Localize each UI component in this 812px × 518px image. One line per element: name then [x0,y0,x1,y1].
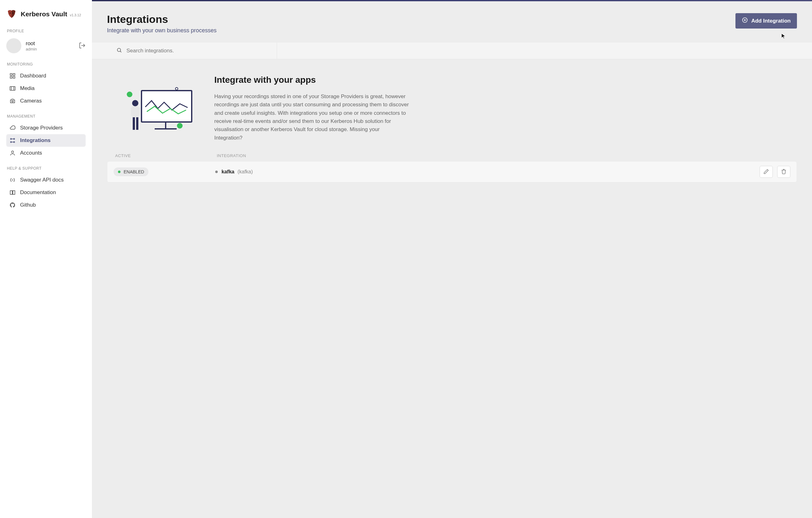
svg-point-18 [12,180,13,180]
svg-point-30 [132,100,138,106]
svg-point-1 [12,12,13,13]
sidebar-item-accounts[interactable]: Accounts [6,147,86,159]
app-version: v1.3.12 [70,13,81,17]
sidebar-item-label: Documentation [20,189,56,196]
sidebar-item-github[interactable]: Github [6,199,86,211]
intro-heading: Integrate with your apps [214,75,409,85]
svg-point-14 [13,142,14,142]
svg-rect-3 [10,74,12,75]
svg-point-12 [13,138,14,139]
svg-rect-7 [10,87,16,90]
svg-rect-33 [131,108,133,116]
add-integration-button[interactable]: Add Integration [735,13,797,29]
avatar [6,38,21,53]
svg-point-13 [10,142,11,142]
status-text: ENABLED [124,169,144,174]
table-row: ENABLED kafka (kafka) [107,161,797,182]
section-management-label: MANAGEMENT [7,114,86,119]
sidebar-item-label: Storage Providers [20,125,63,131]
integration-dot-icon [215,171,218,173]
add-integration-label: Add Integration [751,18,791,24]
sidebar-item-label: Swagger API docs [20,177,64,183]
svg-point-29 [177,123,183,128]
sidebar-item-label: Media [20,85,34,92]
profile-row: root admin [6,36,86,55]
sidebar-item-label: Cameras [20,98,42,104]
sidebar: Kerberos Vault v1.3.12 PROFILE root admi… [0,0,92,518]
app-logo-icon [6,9,17,20]
section-monitoring-label: MONITORING [7,62,86,66]
svg-rect-4 [13,74,15,75]
svg-point-11 [10,138,11,139]
sidebar-item-documentation[interactable]: Documentation [6,186,86,199]
sidebar-item-media[interactable]: Media [6,82,86,95]
integration-type: (kafka) [237,169,253,175]
svg-point-0 [10,12,11,13]
brand: Kerberos Vault v1.3.12 [6,9,86,20]
sidebar-item-label: Accounts [20,150,42,156]
dashboard-icon [9,73,16,79]
integrations-icon [9,138,16,144]
user-icon [9,150,16,156]
svg-point-10 [12,100,13,102]
svg-rect-5 [13,77,15,79]
sidebar-item-label: Github [20,202,36,208]
integration-name: kafka [222,169,234,175]
profile-username: root [26,40,75,47]
github-icon [9,202,16,208]
cloud-icon [9,125,16,131]
sidebar-item-swagger[interactable]: Swagger API docs [6,174,86,186]
trash-icon [781,169,787,175]
svg-rect-34 [138,108,140,116]
page-title: Integrations [107,13,216,25]
camera-icon [9,98,16,104]
svg-point-22 [117,48,121,52]
sidebar-item-label: Dashboard [20,73,46,79]
profile-role: admin [26,47,75,52]
sidebar-item-integrations[interactable]: Integrations [6,134,86,147]
plus-circle-icon [742,17,748,25]
svg-point-28 [175,88,178,90]
section-profile-label: PROFILE [7,29,86,33]
delete-button[interactable] [777,166,790,178]
intro-body: Having your recordings stored in one of … [214,92,409,142]
sidebar-item-dashboard[interactable]: Dashboard [6,70,86,82]
svg-line-23 [120,51,121,52]
api-icon [9,177,16,183]
page-subtitle: Integrate with your own business process… [107,27,216,34]
search-bar [92,42,812,59]
section-help-label: HELP & SUPPORT [7,166,86,171]
integrations-illustration [117,79,199,138]
svg-point-17 [11,151,14,153]
main-content: Integrations Integrate with your own bus… [92,0,812,518]
logout-icon[interactable] [79,42,86,50]
app-name: Kerberos Vault [21,10,67,18]
status-badge: ENABLED [114,167,148,176]
svg-rect-32 [136,117,138,130]
book-icon [9,189,16,196]
svg-rect-6 [10,77,12,79]
col-header-integration: INTEGRATION [217,153,789,158]
pencil-icon [763,169,769,175]
media-icon [9,85,16,92]
status-dot-icon [118,171,120,173]
svg-point-27 [127,92,133,97]
search-icon [116,47,122,54]
svg-rect-31 [133,117,135,130]
sidebar-item-storage-providers[interactable]: Storage Providers [6,122,86,134]
col-header-active: ACTIVE [115,153,217,158]
search-input[interactable] [126,48,267,54]
sidebar-item-label: Integrations [20,138,51,144]
sidebar-item-cameras[interactable]: Cameras [6,95,86,107]
edit-button[interactable] [760,166,773,178]
